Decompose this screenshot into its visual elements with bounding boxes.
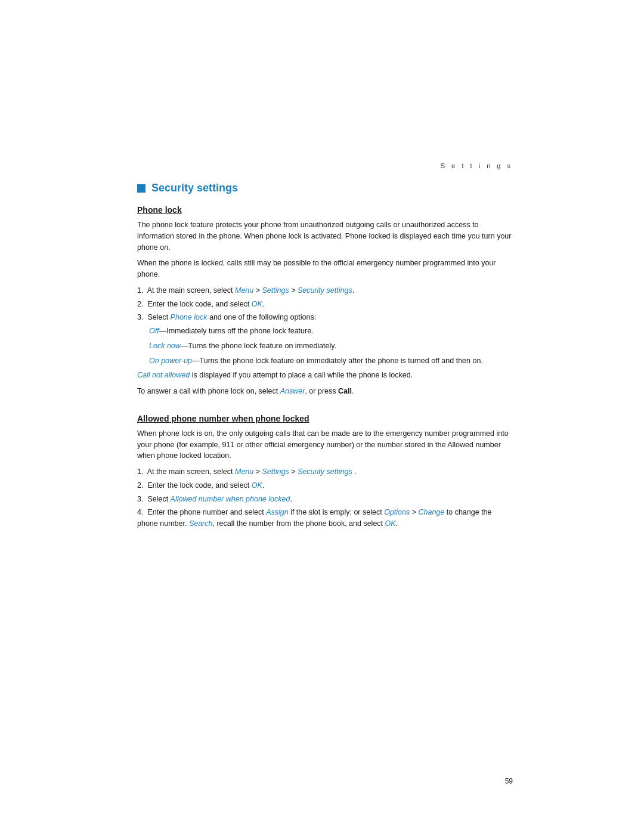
- section-title: Security settings: [151, 182, 238, 194]
- allowed-para1: When phone lock is on, the only outgoing…: [137, 428, 513, 462]
- allowed-number-link: Allowed number when phone locked: [171, 495, 290, 503]
- allowed-title: Allowed phone number when phone locked: [137, 414, 513, 423]
- lock-now-link: Lock now: [149, 342, 181, 350]
- search-link: Search: [189, 519, 213, 528]
- section-title-icon: [137, 184, 145, 193]
- step-number: 2.: [137, 300, 147, 308]
- step-number: 4.: [137, 508, 147, 516]
- phone-lock-para1: The phone lock feature protects your pho…: [137, 219, 513, 253]
- menu-link: Menu: [235, 286, 253, 295]
- phone-lock-para2: When the phone is locked, calls still ma…: [137, 258, 513, 280]
- header-settings-label: S e t t i n g s: [441, 162, 513, 169]
- step-number: 2.: [137, 481, 147, 490]
- content-area: Security settings Phone lock The phone l…: [137, 177, 513, 529]
- allowed-step-2: 2. Enter the lock code, and select OK.: [137, 480, 513, 491]
- menu-link-2: Menu: [235, 467, 253, 476]
- allowed-steps: 1. At the main screen, select Menu > Set…: [137, 466, 513, 529]
- sub-option-lock-now: Lock now—Turns the phone lock feature on…: [149, 340, 513, 352]
- step-number: 3.: [137, 313, 147, 321]
- assign-link: Assign: [266, 508, 289, 516]
- ok-link-3: OK: [385, 519, 396, 528]
- call-not-allowed-link: Call not allowed: [137, 371, 190, 379]
- change-link: Change: [418, 508, 444, 516]
- phone-lock-section: Phone lock The phone lock feature protec…: [137, 205, 513, 397]
- options-link: Options: [384, 508, 410, 516]
- allowed-section: Allowed phone number when phone locked W…: [137, 414, 513, 529]
- ok-link-2: OK: [252, 481, 262, 490]
- sub-option-off: Off—Immediately turns off the phone lock…: [149, 326, 513, 337]
- phone-lock-step-2: 2. Enter the lock code, and select OK.: [137, 299, 513, 310]
- phone-lock-title: Phone lock: [137, 205, 513, 215]
- settings-link-2: Settings: [262, 467, 289, 476]
- settings-link: Settings: [262, 286, 289, 295]
- call-not-allowed-note: Call not allowed is displayed if you att…: [137, 370, 513, 381]
- step-number: 1.: [137, 467, 147, 476]
- allowed-step-4: 4. Enter the phone number and select Ass…: [137, 507, 513, 529]
- page-container: S e t t i n g s Security settings Phone …: [0, 0, 644, 833]
- phone-lock-link: Phone lock: [171, 313, 208, 321]
- off-link: Off: [149, 327, 159, 335]
- phone-lock-step-1: 1. At the main screen, select Menu > Set…: [137, 285, 513, 296]
- step-number: 1.: [137, 286, 147, 295]
- section-title-container: Security settings: [137, 182, 513, 194]
- phone-lock-step-3: 3. Select Phone lock and one of the foll…: [137, 312, 513, 366]
- page-number: 59: [505, 777, 513, 785]
- on-power-up-link: On power-up: [149, 357, 192, 365]
- phone-lock-steps: 1. At the main screen, select Menu > Set…: [137, 285, 513, 367]
- security-settings-link-2: Security settings: [298, 467, 352, 476]
- allowed-step-3: 3. Select Allowed number when phone lock…: [137, 494, 513, 505]
- answer-call-text: To answer a call with phone lock on, sel…: [137, 386, 513, 397]
- phone-lock-sub-options: Off—Immediately turns off the phone lock…: [149, 326, 513, 366]
- step-number: 3.: [137, 495, 147, 503]
- sub-option-on-power-up: On power-up—Turns the phone lock feature…: [149, 355, 513, 367]
- ok-link: OK: [252, 300, 262, 308]
- page-header: S e t t i n g s: [0, 0, 644, 177]
- answer-link: Answer: [280, 387, 305, 395]
- security-settings-link: Security settings: [298, 286, 352, 295]
- call-bold: Call: [338, 387, 352, 395]
- allowed-step-1: 1. At the main screen, select Menu > Set…: [137, 466, 513, 478]
